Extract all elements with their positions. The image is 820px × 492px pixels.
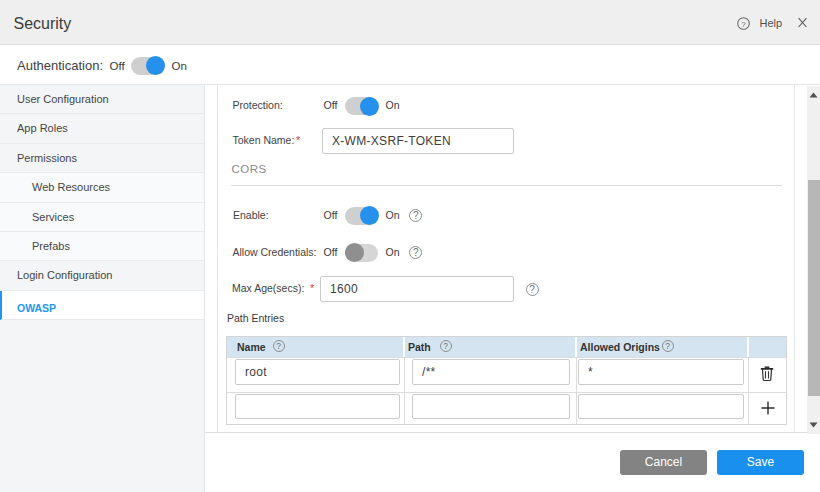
svg-text:?: ? [741,20,746,29]
